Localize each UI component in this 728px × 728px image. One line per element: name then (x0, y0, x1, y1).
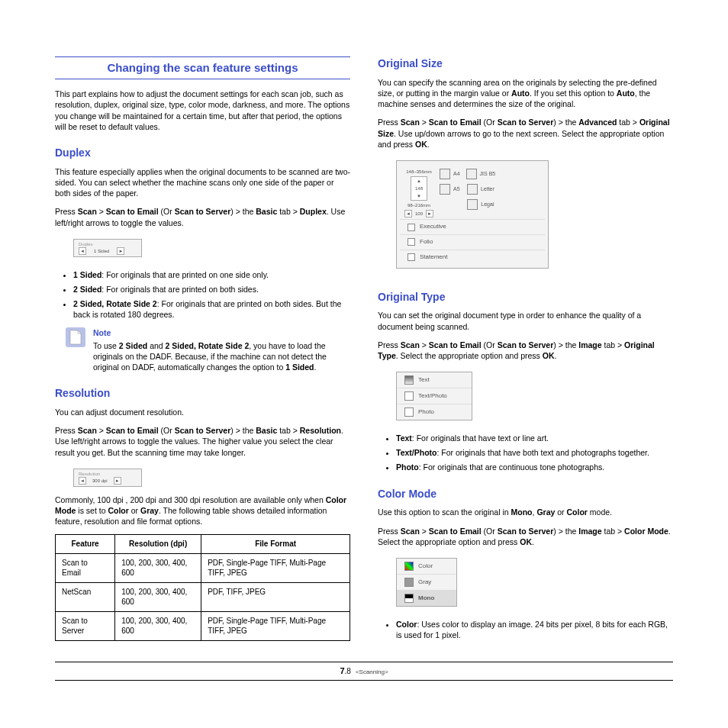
original-type-desc: You can set the original document type i… (378, 310, 673, 331)
original-type-path: Press Scan > Scan to Email (Or Scan to S… (378, 340, 673, 361)
resolution-heading: Resolution (55, 386, 350, 401)
original-type-screenshot: Text Text/Photo Photo (396, 372, 472, 420)
color-mode-screenshot: Color Gray Mono (396, 558, 457, 607)
left-column: Changing the scan feature settings This … (55, 46, 350, 648)
resolution-screenshot: Resolution ◄300 dpi► (73, 469, 142, 487)
color-mode-options: Color: Uses color to display an image. 2… (387, 619, 673, 640)
resolution-note: Commonly, 100 dpi , 200 dpi and 300 dpi … (55, 494, 350, 527)
color-mode-heading: Color Mode (378, 487, 673, 501)
duplex-screenshot: Duplex ◄1 Sided► (73, 239, 142, 257)
resolution-desc: You can adjust document resolution. (55, 407, 350, 417)
color-mode-desc: Use this option to scan the original in … (378, 507, 673, 517)
duplex-heading: Duplex (55, 146, 350, 160)
page-footer: 7.8<Scanning> (55, 662, 673, 681)
resolution-path: Press Scan > Scan to Email (Or Scan to S… (55, 425, 350, 458)
duplex-desc: This feature especially applies when the… (55, 166, 350, 199)
main-heading: Changing the scan feature settings (55, 56, 350, 79)
original-size-path: Press Scan > Scan to Email (Or Scan to S… (378, 117, 673, 150)
original-size-desc: You can specify the scanning area on the… (378, 77, 673, 110)
duplex-path: Press Scan > Scan to Email (Or Scan to S… (55, 206, 350, 227)
resolution-table: FeatureResolution (dpi)File Format Scan … (55, 534, 350, 641)
right-column: Original Size You can specify the scanni… (378, 46, 673, 648)
intro-text: This part explains how to adjust the doc… (55, 89, 350, 132)
original-size-screenshot: 148~356mm ▲148▼ 98~216mm ◄100► A4 A5 JIS… (396, 160, 549, 269)
original-type-heading: Original Type (378, 290, 673, 304)
original-size-heading: Original Size (378, 56, 673, 71)
note-icon (66, 327, 85, 347)
original-type-options: Text: For originals that have text or li… (387, 433, 673, 473)
duplex-options: 1 Sided: For originals that are printed … (64, 269, 350, 321)
note-box: Note To use 2 Sided and 2 Sided, Rotate … (66, 327, 350, 372)
color-mode-path: Press Scan > Scan to Email (Or Scan to S… (378, 526, 673, 547)
